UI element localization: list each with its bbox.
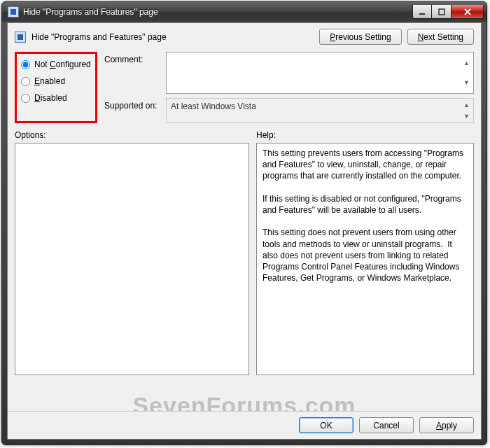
window-frame: Hide "Programs and Features" page Hide "…: [1, 1, 487, 445]
setting-title: Hide "Programs and Features" page: [31, 32, 319, 42]
panels: This setting prevents users from accessi…: [8, 141, 481, 379]
previous-setting-button[interactable]: Previous Setting: [319, 29, 401, 45]
radio-disabled-input[interactable]: [21, 94, 30, 103]
dialog-buttons: OK Cancel Apply: [8, 411, 481, 439]
radio-disabled-label: Disabled: [34, 93, 67, 103]
radio-not-configured-label: Not Configured: [34, 59, 91, 69]
chevron-down-icon[interactable]: ▼: [461, 73, 472, 92]
config-row: Not Configured Enabled Disabled Comment:…: [8, 49, 481, 127]
comment-label: Comment:: [104, 52, 160, 64]
client-area: Hide "Programs and Features" page Previo…: [7, 22, 482, 440]
supported-row: Supported on: At least Windows Vista ▲▼: [104, 98, 474, 123]
window-title: Hide "Programs and Features" page: [23, 7, 412, 17]
options-panel[interactable]: [15, 143, 249, 375]
nav-buttons: Previous Setting Next Setting: [319, 29, 474, 45]
radio-enabled-input[interactable]: [21, 77, 30, 86]
policy-icon: [8, 6, 19, 18]
supported-value: At least Windows Vista: [171, 102, 256, 111]
radio-not-configured[interactable]: Not Configured: [21, 59, 91, 69]
maximize-button[interactable]: [432, 5, 451, 19]
help-label: Help:: [256, 130, 276, 140]
close-button[interactable]: [451, 5, 484, 19]
policy-icon: [15, 31, 26, 43]
radio-not-configured-input[interactable]: [21, 60, 30, 69]
svg-rect-0: [419, 13, 425, 15]
detail-fields: Comment: ▲▼ Supported on: At least Windo…: [104, 52, 474, 123]
comment-input[interactable]: ▲▼: [166, 52, 474, 94]
comment-row: Comment: ▲▼: [104, 52, 474, 94]
header-row: Hide "Programs and Features" page Previo…: [8, 23, 481, 49]
radio-enabled[interactable]: Enabled: [21, 76, 91, 86]
maximize-icon: [438, 8, 445, 15]
ok-button[interactable]: OK: [299, 417, 354, 433]
next-setting-button[interactable]: Next Setting: [407, 29, 474, 45]
apply-button[interactable]: Apply: [419, 417, 474, 433]
window-controls: [412, 5, 484, 19]
chevron-down-icon[interactable]: ▼: [461, 111, 472, 122]
minimize-button[interactable]: [412, 5, 432, 19]
supported-label: Supported on:: [104, 98, 160, 111]
radio-enabled-label: Enabled: [34, 76, 65, 86]
supported-scroll[interactable]: ▲▼: [461, 99, 472, 122]
svg-rect-1: [439, 9, 444, 15]
minimize-icon: [419, 8, 426, 15]
supported-value-box: At least Windows Vista ▲▼: [166, 98, 474, 123]
state-radio-group: Not Configured Enabled Disabled: [15, 52, 97, 123]
titlebar[interactable]: Hide "Programs and Features" page: [2, 2, 486, 22]
help-panel[interactable]: This setting prevents users from accessi…: [256, 143, 474, 375]
chevron-up-icon[interactable]: ▲: [461, 99, 472, 111]
cancel-button[interactable]: Cancel: [359, 417, 414, 433]
chevron-up-icon[interactable]: ▲: [461, 53, 472, 73]
panel-labels: Options: Help:: [8, 127, 481, 141]
radio-disabled[interactable]: Disabled: [21, 93, 91, 103]
comment-scroll[interactable]: ▲▼: [461, 53, 472, 92]
close-icon: [463, 8, 472, 15]
options-label: Options:: [15, 130, 249, 140]
